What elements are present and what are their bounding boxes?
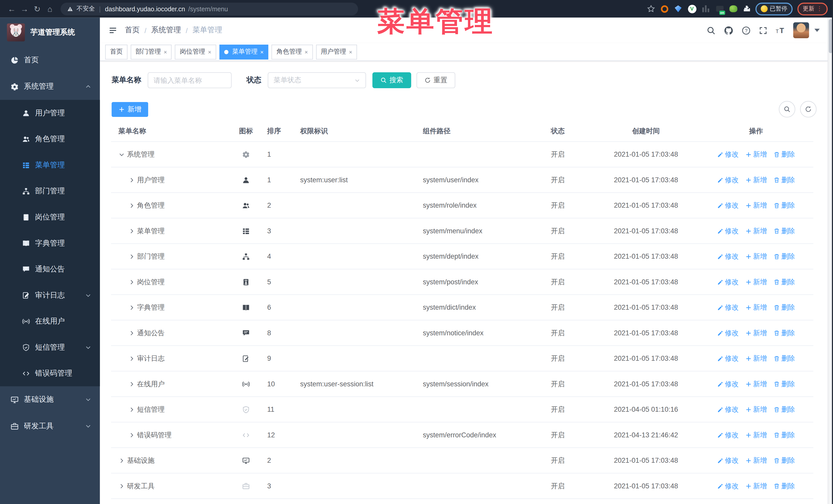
tree-expand-icon[interactable] (129, 177, 135, 183)
edit-link[interactable]: 修改 (717, 251, 739, 261)
update-button[interactable]: 更新 ⋮ (798, 2, 828, 15)
extension-frog-icon[interactable] (729, 4, 738, 13)
delete-link[interactable]: 删除 (773, 379, 795, 389)
tab-角色管理[interactable]: 角色管理× (272, 44, 313, 59)
tree-expand-icon[interactable] (129, 304, 135, 311)
edit-link[interactable]: 修改 (717, 354, 739, 363)
edit-link[interactable]: 修改 (717, 456, 739, 465)
forward-icon[interactable]: → (18, 2, 31, 15)
breadcrumb-item[interactable]: 系统管理 (151, 25, 181, 35)
delete-link[interactable]: 删除 (773, 430, 795, 440)
delete-link[interactable]: 删除 (773, 481, 795, 491)
search-button[interactable]: 搜索 (373, 72, 411, 88)
app-logo-row[interactable]: 🐰 芋道管理系统 (0, 18, 100, 47)
sidebar-subitem-部门管理[interactable]: 部门管理 (0, 178, 100, 204)
extension-tag-on-icon[interactable]: on (715, 4, 724, 13)
add-link[interactable]: 新增 (745, 226, 767, 236)
toggle-search-button[interactable] (779, 101, 795, 117)
delete-link[interactable]: 删除 (773, 303, 795, 312)
add-link[interactable]: 新增 (745, 303, 767, 312)
add-link[interactable]: 新增 (745, 405, 767, 414)
add-link[interactable]: 新增 (745, 481, 767, 491)
tab-首页[interactable]: 首页 (105, 44, 127, 59)
add-link[interactable]: 新增 (745, 251, 767, 261)
tab-close-icon[interactable]: × (349, 49, 352, 55)
back-icon[interactable]: ← (5, 2, 18, 15)
tree-expand-icon[interactable] (129, 406, 135, 413)
paused-badge[interactable]: 已暂停 (755, 2, 792, 15)
add-link[interactable]: 新增 (745, 430, 767, 440)
sidebar-subitem-字典管理[interactable]: 字典管理 (0, 230, 100, 256)
tab-岗位管理[interactable]: 岗位管理× (175, 44, 216, 59)
add-button[interactable]: 新增 (112, 102, 148, 117)
reset-button[interactable]: 重置 (416, 72, 455, 88)
fullscreen-icon[interactable] (759, 26, 767, 34)
edit-link[interactable]: 修改 (717, 481, 739, 491)
reload-icon[interactable]: ↻ (31, 2, 44, 15)
tab-用户管理[interactable]: 用户管理× (316, 44, 357, 59)
tree-collapse-icon[interactable] (118, 151, 125, 158)
breadcrumb-item[interactable]: 首页 (125, 25, 140, 35)
sidebar-subitem-用户管理[interactable]: 用户管理 (0, 100, 100, 126)
font-size-icon[interactable]: TT (776, 26, 785, 35)
menu-name-input[interactable] (148, 72, 232, 88)
edit-link[interactable]: 修改 (717, 200, 739, 210)
tree-expand-icon[interactable] (129, 330, 135, 336)
add-link[interactable]: 新增 (745, 456, 767, 465)
tab-close-icon[interactable]: × (260, 49, 263, 55)
tab-菜单管理[interactable]: 菜单管理× (219, 44, 269, 59)
edit-link[interactable]: 修改 (717, 149, 739, 159)
sidebar-subitem-审计日志[interactable]: 审计日志 (0, 282, 100, 308)
edit-link[interactable]: 修改 (717, 430, 739, 440)
extension-columns-icon[interactable] (701, 4, 710, 13)
add-link[interactable]: 新增 (745, 200, 767, 210)
add-link[interactable]: 新增 (745, 328, 767, 338)
help-icon[interactable]: ? (741, 26, 751, 35)
edit-link[interactable]: 修改 (717, 303, 739, 312)
extensions-puzzle-icon[interactable] (743, 5, 751, 13)
kebab-menu-icon[interactable]: ⋮ (816, 5, 823, 12)
home-icon[interactable]: ⌂ (44, 2, 56, 15)
delete-link[interactable]: 删除 (773, 405, 795, 414)
tab-close-icon[interactable]: × (164, 49, 167, 55)
edit-link[interactable]: 修改 (717, 379, 739, 389)
extension-ring-icon[interactable] (660, 4, 669, 13)
delete-link[interactable]: 删除 (773, 149, 795, 159)
delete-link[interactable]: 删除 (773, 226, 795, 236)
sidebar-subitem-错误码管理[interactable]: 错误码管理 (0, 360, 100, 386)
github-icon[interactable] (724, 26, 733, 35)
search-icon[interactable] (707, 26, 716, 35)
refresh-table-button[interactable] (800, 101, 816, 117)
add-link[interactable]: 新增 (745, 379, 767, 389)
edit-link[interactable]: 修改 (717, 405, 739, 414)
tree-expand-icon[interactable] (118, 483, 125, 489)
delete-link[interactable]: 删除 (773, 277, 795, 287)
status-select[interactable]: 菜单状态 (268, 72, 366, 88)
add-link[interactable]: 新增 (745, 354, 767, 363)
tab-close-icon[interactable]: × (208, 49, 211, 55)
add-link[interactable]: 新增 (745, 149, 767, 159)
edit-link[interactable]: 修改 (717, 175, 739, 185)
sidebar-subitem-在线用户[interactable]: 在线用户 (0, 308, 100, 334)
hamburger-icon[interactable] (109, 26, 117, 34)
tree-expand-icon[interactable] (129, 227, 135, 234)
sidebar-item-研发工具[interactable]: 研发工具 (0, 413, 100, 439)
add-link[interactable]: 新增 (745, 175, 767, 185)
tree-expand-icon[interactable] (129, 381, 135, 387)
bookmark-star-icon[interactable] (647, 5, 655, 13)
tree-expand-icon[interactable] (129, 355, 135, 362)
delete-link[interactable]: 删除 (773, 251, 795, 261)
sidebar-item-首页[interactable]: 首页 (0, 47, 100, 73)
edit-link[interactable]: 修改 (717, 226, 739, 236)
address-bar[interactable]: 不安全 | dashboard.yudao.iocoder.cn/system/… (61, 2, 358, 15)
delete-link[interactable]: 删除 (773, 354, 795, 363)
edit-link[interactable]: 修改 (717, 277, 739, 287)
extension-check-icon[interactable]: V (687, 4, 696, 13)
tree-expand-icon[interactable] (129, 202, 135, 209)
tree-expand-icon[interactable] (129, 253, 135, 260)
sidebar-subitem-角色管理[interactable]: 角色管理 (0, 126, 100, 152)
avatar-caret-down-icon[interactable] (814, 29, 820, 32)
sidebar-subitem-岗位管理[interactable]: 岗位管理 (0, 204, 100, 230)
sidebar-item-基础设施[interactable]: 基础设施 (0, 386, 100, 413)
sidebar-subitem-短信管理[interactable]: 短信管理 (0, 334, 100, 360)
